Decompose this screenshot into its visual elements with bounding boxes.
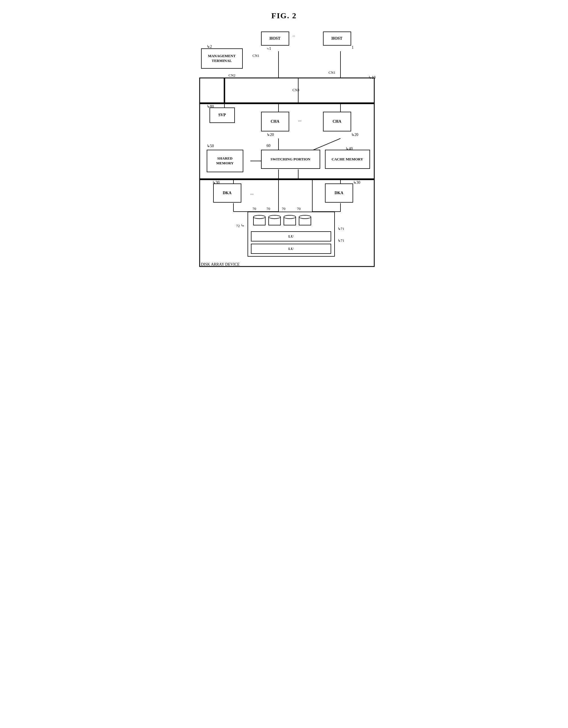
ref2: 2 — [210, 44, 212, 49]
ref70-3-label: 70 — [282, 207, 286, 211]
diagram: HOST HOST ... ⤷1 1 ↳10 CN1 CN1 MANAGEMEN… — [191, 26, 377, 271]
ref20-2-label: ↳20 — [351, 132, 359, 137]
management-terminal-label: MANAGEMENT TERMINAL — [208, 54, 235, 63]
ref70-4: 70 — [297, 207, 301, 211]
cylinder2 — [268, 215, 281, 225]
host2-label: HOST — [332, 36, 343, 41]
ref72: 72 — [236, 224, 240, 228]
lu1-label: LU — [289, 234, 294, 239]
ref20-1-label: ↳20 — [267, 132, 274, 137]
dka2-label: DKA — [335, 191, 343, 196]
ref70-3: 70 — [282, 207, 286, 211]
svp-label: SVP — [218, 113, 225, 118]
ref30-1: 30 — [216, 180, 220, 185]
ref30-2-label: ↳30 — [353, 180, 361, 185]
ref20-2: 20 — [355, 133, 359, 137]
ref70-4-label: 70 — [297, 207, 301, 211]
ref71-2-label: ↳71 — [338, 238, 345, 243]
cha2-box: CHA — [323, 112, 351, 131]
cylinder1 — [253, 215, 265, 225]
ref60: 60 — [267, 144, 270, 148]
disk-array-device-label: DISK ARRAY DEVICE — [201, 262, 240, 267]
ref60-label: 60 — [267, 144, 270, 148]
ref70-2: 70 — [267, 207, 270, 211]
switching-portion-label: SWITCHING PORTION — [270, 157, 310, 162]
cn2-label: CN2 — [229, 73, 236, 78]
ref70-2-label: 70 — [267, 207, 270, 211]
ref71-1: 71 — [341, 227, 345, 231]
ref30-2: 30 — [357, 180, 361, 185]
switching-portion-box: SWITCHING PORTION — [261, 150, 320, 169]
ref72-label: 72 ⤷ — [236, 223, 244, 228]
ref10: 10 — [372, 75, 376, 80]
cn1-1-label: CN1 — [252, 53, 259, 58]
disk-array-container: LU LU — [247, 212, 335, 257]
ref50: 50 — [210, 144, 214, 148]
dots3-label: ... — [250, 191, 254, 196]
ref50-label: ↳50 — [207, 144, 214, 148]
ref80: 80 — [210, 104, 214, 109]
cha1-box: CHA — [261, 112, 289, 131]
ref71-1-label: ↳71 — [338, 227, 345, 231]
dka1-box: DKA — [213, 183, 241, 203]
dka1-label: DKA — [223, 191, 231, 196]
ref70-1: 70 — [252, 207, 256, 211]
dots1-label: ... — [293, 33, 296, 37]
lu2-label: LU — [289, 247, 294, 251]
ref80-label: ↳80 — [207, 104, 214, 109]
ref20-1: 20 — [270, 133, 274, 137]
ref1-1-label: ⤷1 — [267, 46, 271, 51]
dots2-label: ... — [298, 117, 302, 122]
cn3-label: CN3 — [293, 88, 300, 92]
ref1-2: 1 — [352, 45, 354, 50]
management-terminal-box: MANAGEMENT TERMINAL — [201, 48, 243, 69]
cache-memory-box: CACHE MEMORY — [325, 150, 370, 169]
ref30-1-label: ↳30 — [212, 180, 220, 185]
cha1-label: CHA — [270, 119, 279, 124]
lu2-box: LU — [251, 244, 331, 254]
lu1-box: LU — [251, 231, 331, 241]
cache-memory-label: CACHE MEMORY — [332, 157, 363, 162]
ref71-2: 71 — [341, 238, 345, 243]
cha2-label: CHA — [333, 119, 341, 124]
host1-box: HOST — [261, 32, 289, 46]
cylinder3 — [283, 215, 296, 225]
dka2-box: DKA — [325, 183, 353, 203]
ref2-label: ↳2 — [207, 44, 212, 49]
ref1-2-label: 1 — [352, 45, 354, 50]
svp-box: SVP — [209, 107, 235, 123]
host2-box: HOST — [323, 32, 351, 46]
shared-memory-box: SHARED MEMORY — [207, 150, 243, 172]
figure-title: FIG. 2 — [191, 11, 377, 20]
ref70-1-label: 70 — [252, 207, 256, 211]
host1-label: HOST — [269, 36, 280, 41]
ref1-1: 1 — [269, 46, 271, 51]
shared-memory-label: SHARED MEMORY — [216, 156, 234, 166]
cn1-2-label: CN1 — [329, 70, 336, 75]
ref10-label: ↳10 — [368, 75, 376, 80]
cylinder4 — [299, 215, 311, 225]
